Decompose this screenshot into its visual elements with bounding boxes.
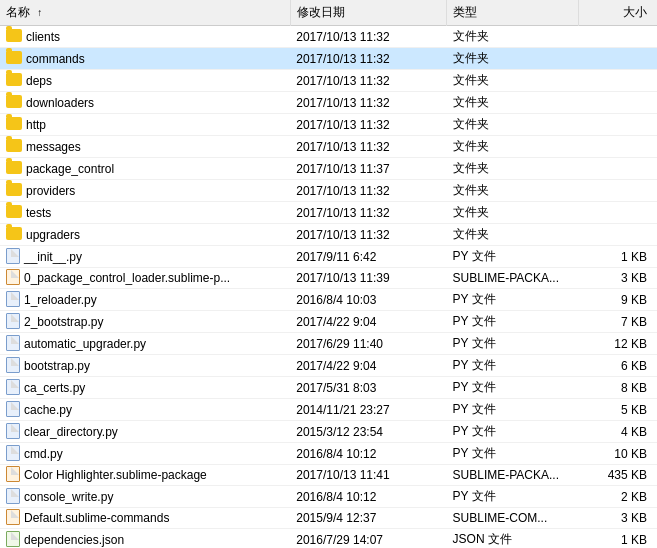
- file-list[interactable]: 名称 ↑ 修改日期 类型 大小 clients2017/10/13 11:32文…: [0, 0, 657, 548]
- file-date-cell: 2017/10/13 11:32: [290, 70, 446, 92]
- sublime-file-icon: [6, 269, 20, 285]
- file-type-cell: 文件夹: [447, 180, 579, 202]
- file-name-text: 1_reloader.py: [24, 293, 97, 307]
- py-file-icon: [6, 379, 20, 395]
- file-name-text: 0_package_control_loader.sublime-p...: [24, 271, 230, 285]
- file-date-cell: 2017/6/29 11:40: [290, 333, 446, 355]
- file-size-cell: 3 KB: [579, 508, 657, 529]
- folder-icon: [6, 95, 22, 108]
- col-header-name[interactable]: 名称 ↑: [0, 0, 290, 26]
- table-row[interactable]: commands2017/10/13 11:32文件夹: [0, 48, 657, 70]
- col-header-size[interactable]: 大小: [579, 0, 657, 26]
- file-name-text: providers: [26, 184, 75, 198]
- file-name-cell: package_control: [0, 158, 290, 180]
- table-row[interactable]: 2_bootstrap.py2017/4/22 9:04PY 文件7 KB: [0, 311, 657, 333]
- file-date-cell: 2017/10/13 11:32: [290, 26, 446, 48]
- col-header-date[interactable]: 修改日期: [290, 0, 446, 26]
- table-row[interactable]: 0_package_control_loader.sublime-p...201…: [0, 268, 657, 289]
- py-file-icon: [6, 357, 20, 373]
- file-type-cell: 文件夹: [447, 70, 579, 92]
- folder-icon: [6, 205, 22, 218]
- py-file-icon: [6, 291, 20, 307]
- file-name-text: messages: [26, 140, 81, 154]
- file-name-text: Default.sublime-commands: [24, 511, 169, 525]
- file-size-cell: 1 KB: [579, 246, 657, 268]
- file-type-cell: PY 文件: [447, 311, 579, 333]
- py-file-icon: [6, 335, 20, 351]
- file-date-cell: 2017/10/13 11:39: [290, 268, 446, 289]
- sublime-file-icon: [6, 466, 20, 482]
- file-size-cell: 1 KB: [579, 529, 657, 549]
- table-row[interactable]: Default.sublime-commands2015/9/4 12:37SU…: [0, 508, 657, 529]
- file-name-cell: tests: [0, 202, 290, 224]
- file-name-text: package_control: [26, 162, 114, 176]
- table-row[interactable]: upgraders2017/10/13 11:32文件夹: [0, 224, 657, 246]
- table-row[interactable]: 1_reloader.py2016/8/4 10:03PY 文件9 KB: [0, 289, 657, 311]
- file-size-cell: [579, 114, 657, 136]
- file-type-cell: 文件夹: [447, 26, 579, 48]
- file-type-cell: PY 文件: [447, 443, 579, 465]
- file-type-cell: PY 文件: [447, 289, 579, 311]
- table-row[interactable]: cmd.py2016/8/4 10:12PY 文件10 KB: [0, 443, 657, 465]
- file-type-cell: PY 文件: [447, 399, 579, 421]
- file-size-cell: 3 KB: [579, 268, 657, 289]
- table-row[interactable]: ca_certs.py2017/5/31 8:03PY 文件8 KB: [0, 377, 657, 399]
- folder-icon: [6, 117, 22, 130]
- table-row[interactable]: downloaders2017/10/13 11:32文件夹: [0, 92, 657, 114]
- table-row[interactable]: deps2017/10/13 11:32文件夹: [0, 70, 657, 92]
- table-row[interactable]: package_control2017/10/13 11:37文件夹: [0, 158, 657, 180]
- py-file-icon: [6, 445, 20, 461]
- file-name-text: http: [26, 118, 46, 132]
- table-row[interactable]: providers2017/10/13 11:32文件夹: [0, 180, 657, 202]
- table-row[interactable]: bootstrap.py2017/4/22 9:04PY 文件6 KB: [0, 355, 657, 377]
- table-row[interactable]: automatic_upgrader.py2017/6/29 11:40PY 文…: [0, 333, 657, 355]
- table-row[interactable]: Color Highlighter.sublime-package2017/10…: [0, 465, 657, 486]
- file-date-cell: 2017/10/13 11:32: [290, 114, 446, 136]
- file-date-cell: 2017/10/13 11:32: [290, 202, 446, 224]
- file-name-text: cache.py: [24, 403, 72, 417]
- table-row[interactable]: http2017/10/13 11:32文件夹: [0, 114, 657, 136]
- table-row[interactable]: dependencies.json2016/7/29 14:07JSON 文件1…: [0, 529, 657, 549]
- file-type-cell: 文件夹: [447, 92, 579, 114]
- table-row[interactable]: messages2017/10/13 11:32文件夹: [0, 136, 657, 158]
- table-row[interactable]: clients2017/10/13 11:32文件夹: [0, 26, 657, 48]
- file-date-cell: 2014/11/21 23:27: [290, 399, 446, 421]
- file-size-cell: 10 KB: [579, 443, 657, 465]
- table-row[interactable]: __init__.py2017/9/11 6:42PY 文件1 KB: [0, 246, 657, 268]
- file-name-cell: cache.py: [0, 399, 290, 421]
- file-type-cell: PY 文件: [447, 355, 579, 377]
- folder-icon: [6, 139, 22, 152]
- table-row[interactable]: clear_directory.py2015/3/12 23:54PY 文件4 …: [0, 421, 657, 443]
- table-header: 名称 ↑ 修改日期 类型 大小: [0, 0, 657, 26]
- file-name-text: 2_bootstrap.py: [24, 315, 103, 329]
- file-name-text: bootstrap.py: [24, 359, 90, 373]
- file-date-cell: 2017/4/22 9:04: [290, 311, 446, 333]
- file-name-cell: cmd.py: [0, 443, 290, 465]
- file-name-cell: commands: [0, 48, 290, 70]
- folder-icon: [6, 227, 22, 240]
- file-type-cell: PY 文件: [447, 486, 579, 508]
- file-name-cell: messages: [0, 136, 290, 158]
- file-name-cell: ca_certs.py: [0, 377, 290, 399]
- file-name-text: cmd.py: [24, 447, 63, 461]
- file-name-text: deps: [26, 74, 52, 88]
- file-date-cell: 2015/9/4 12:37: [290, 508, 446, 529]
- file-name-cell: bootstrap.py: [0, 355, 290, 377]
- file-size-cell: 435 KB: [579, 465, 657, 486]
- col-header-type[interactable]: 类型: [447, 0, 579, 26]
- file-name-cell: downloaders: [0, 92, 290, 114]
- table-row[interactable]: console_write.py2016/8/4 10:12PY 文件2 KB: [0, 486, 657, 508]
- file-name-cell: deps: [0, 70, 290, 92]
- file-date-cell: 2017/10/13 11:32: [290, 180, 446, 202]
- file-type-cell: 文件夹: [447, 224, 579, 246]
- file-name-text: console_write.py: [24, 490, 113, 504]
- file-size-cell: [579, 180, 657, 202]
- table-row[interactable]: tests2017/10/13 11:32文件夹: [0, 202, 657, 224]
- file-type-cell: 文件夹: [447, 48, 579, 70]
- file-size-cell: [579, 136, 657, 158]
- folder-icon: [6, 183, 22, 196]
- file-date-cell: 2017/10/13 11:37: [290, 158, 446, 180]
- table-row[interactable]: cache.py2014/11/21 23:27PY 文件5 KB: [0, 399, 657, 421]
- file-name-text: automatic_upgrader.py: [24, 337, 146, 351]
- file-size-cell: 2 KB: [579, 486, 657, 508]
